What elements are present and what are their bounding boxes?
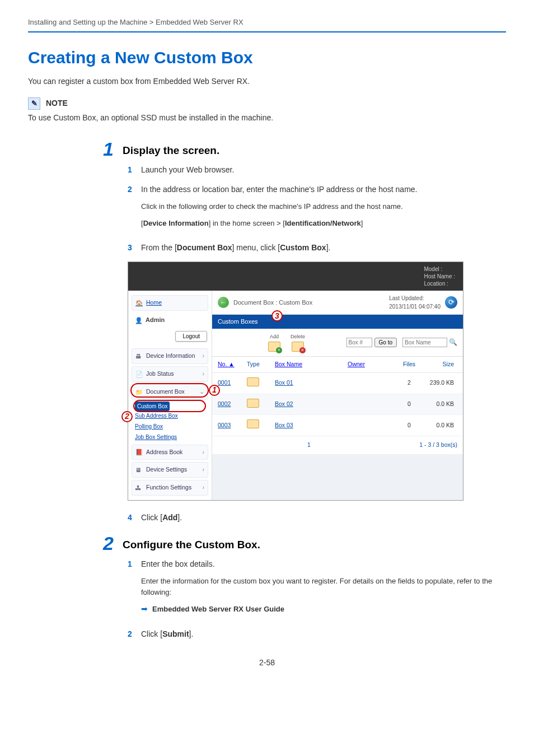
note-block: ✎ NOTE To use Custom Box, an optional SS… bbox=[28, 97, 506, 124]
folder-icon bbox=[247, 419, 259, 428]
substep-1-3: 3 From the [Document Box] menu, click [C… bbox=[128, 242, 506, 254]
chevron-right-icon: › bbox=[203, 448, 205, 457]
function-icon: 🖧 bbox=[135, 484, 143, 492]
callout-2: 2 bbox=[121, 411, 133, 422]
folder-icon bbox=[247, 377, 259, 386]
step-2-header: 2 Configure the Custom Box. bbox=[98, 534, 506, 553]
status-icon: 📄 bbox=[135, 370, 143, 378]
step-1-number: 1 bbox=[98, 139, 114, 158]
nav-job-status[interactable]: 📄Job Status › bbox=[132, 366, 208, 382]
table-row[interactable]: 0002 Box 02 0 0.0 KB bbox=[212, 394, 463, 416]
content-breadcrumb: Document Box : Custom Box bbox=[233, 298, 312, 307]
row-no[interactable]: 0002 bbox=[218, 400, 247, 409]
page-number: 2-58 bbox=[28, 657, 506, 669]
nav-device-settings[interactable]: 🖥Device Settings › bbox=[132, 462, 208, 478]
substep-2-2: 2 Click [Submit]. bbox=[128, 628, 506, 640]
toolbar: Add Delete Go to 🔍 bbox=[212, 329, 463, 357]
submenu-jobbox-settings[interactable]: Job Box Settings bbox=[135, 432, 208, 442]
substep-num: 2 bbox=[128, 628, 135, 640]
add-label: Add bbox=[270, 333, 279, 341]
reference-link[interactable]: ➡ Embedded Web Server RX User Guide bbox=[141, 603, 506, 615]
step-2-substeps: 1 Enter the box details. Enter the infor… bbox=[128, 558, 506, 640]
substep-text: Launch your Web browser. bbox=[141, 164, 506, 176]
hostname-label: Host Name : bbox=[424, 273, 455, 280]
substep-num: 4 bbox=[128, 512, 135, 524]
content-tab-bar: Custom Boxes 3 bbox=[212, 315, 463, 329]
delete-label: Delete bbox=[291, 333, 305, 341]
callout-3: 3 bbox=[271, 310, 283, 321]
submenu-custom-box[interactable]: Custom Box bbox=[135, 402, 170, 411]
back-icon[interactable]: ← bbox=[218, 297, 229, 308]
col-size: Size bbox=[426, 360, 457, 369]
substep-text: Click in the following order to check th… bbox=[141, 201, 506, 212]
nav-device-info[interactable]: 🖶Device Information › bbox=[132, 348, 208, 364]
table-row[interactable]: 0003 Box 03 0 0.0 KB bbox=[212, 415, 463, 436]
chevron-right-icon: › bbox=[203, 352, 205, 361]
substep-text: Enter the box details. bbox=[141, 558, 506, 570]
step-2-title: Configure the Custom Box. bbox=[123, 534, 260, 553]
goto-button[interactable]: Go to bbox=[374, 338, 397, 347]
folder-delete-icon bbox=[292, 342, 304, 352]
substep-num: 1 bbox=[128, 558, 135, 620]
folder-add-icon bbox=[268, 342, 280, 352]
docbox-submenu: Custom Box 2 Sub Address Box Polling Box… bbox=[135, 402, 208, 442]
settings-icon: 🖥 bbox=[135, 466, 143, 474]
note-icon: ✎ bbox=[28, 97, 40, 110]
col-type: Type bbox=[247, 360, 275, 369]
chevron-right-icon: › bbox=[203, 370, 205, 379]
substep-text: Enter the information for the custom box… bbox=[141, 576, 506, 598]
table-row[interactable]: 0001 Box 01 2 239.0 KB bbox=[212, 373, 463, 394]
substep-1-4: 4 Click [Add]. bbox=[128, 512, 506, 524]
goto-box-group: Go to bbox=[346, 338, 397, 347]
substep-num: 1 bbox=[128, 164, 135, 176]
row-name[interactable]: Box 01 bbox=[275, 379, 348, 388]
row-files: 0 bbox=[392, 421, 426, 430]
substep-1-1: 1 Launch your Web browser. bbox=[128, 164, 506, 176]
row-no[interactable]: 0001 bbox=[218, 379, 247, 388]
row-size: 239.0 KB bbox=[426, 379, 457, 388]
callout-1: 1 bbox=[209, 385, 220, 396]
substep-text: In the address or location bar, enter th… bbox=[141, 184, 506, 195]
col-owner[interactable]: Owner bbox=[348, 360, 392, 369]
refresh-icon[interactable]: ⟳ bbox=[445, 296, 457, 309]
book-icon: 📕 bbox=[135, 448, 143, 456]
pager-range: 1 - 3 / 3 box(s) bbox=[419, 441, 457, 450]
box-number-input[interactable] bbox=[346, 338, 372, 347]
row-name[interactable]: Box 02 bbox=[275, 400, 348, 409]
content-header: ← Document Box : Custom Box Last Updated… bbox=[212, 291, 463, 315]
location-label: Location : bbox=[424, 280, 455, 287]
box-name-search-input[interactable] bbox=[402, 338, 447, 347]
arrow-right-icon: ➡ bbox=[141, 603, 148, 615]
delete-button[interactable]: Delete bbox=[291, 333, 305, 352]
row-size: 0.0 KB bbox=[426, 421, 457, 430]
substep-text: From the [Document Box] menu, click [Cus… bbox=[141, 242, 506, 254]
nav-home[interactable]: 🏠Home bbox=[132, 295, 208, 311]
add-button[interactable]: Add bbox=[268, 333, 280, 352]
search-icon[interactable]: 🔍 bbox=[449, 337, 457, 347]
row-size: 0.0 KB bbox=[426, 400, 457, 409]
tab-custom-boxes[interactable]: Custom Boxes bbox=[218, 317, 258, 326]
substep-num: 3 bbox=[128, 242, 135, 254]
home-icon: 🏠 bbox=[135, 299, 143, 307]
col-no[interactable]: No. ▲ bbox=[218, 360, 247, 369]
row-no[interactable]: 0003 bbox=[218, 421, 247, 430]
intro-text: You can register a custom box from Embed… bbox=[28, 76, 506, 87]
nav-address-book[interactable]: 📕Address Book › bbox=[132, 445, 208, 460]
search-box-group: 🔍 bbox=[402, 337, 457, 347]
row-name[interactable]: Box 03 bbox=[275, 421, 348, 430]
note-text: To use Custom Box, an optional SSD must … bbox=[28, 112, 506, 124]
logout-button[interactable]: Logout bbox=[175, 331, 207, 342]
model-label: Model : bbox=[424, 265, 455, 273]
nav-function-settings[interactable]: 🖧Function Settings › bbox=[132, 480, 208, 496]
step-2-number: 2 bbox=[98, 534, 114, 553]
substep-num: 2 bbox=[128, 184, 135, 234]
substep-2-1: 1 Enter the box details. Enter the infor… bbox=[128, 558, 506, 620]
col-box-name[interactable]: Box Name bbox=[275, 360, 348, 369]
submenu-polling-box[interactable]: Polling Box bbox=[135, 421, 208, 432]
nav-document-box[interactable]: 📁Document Box ⌄ 1 bbox=[132, 384, 208, 400]
pager-current: 1 bbox=[307, 441, 311, 450]
col-files: Files bbox=[392, 360, 426, 369]
note-label: NOTE bbox=[46, 97, 68, 109]
pager: 1 1 - 3 / 3 box(s) bbox=[212, 436, 463, 454]
step-1-header: 1 Display the screen. bbox=[98, 139, 506, 159]
